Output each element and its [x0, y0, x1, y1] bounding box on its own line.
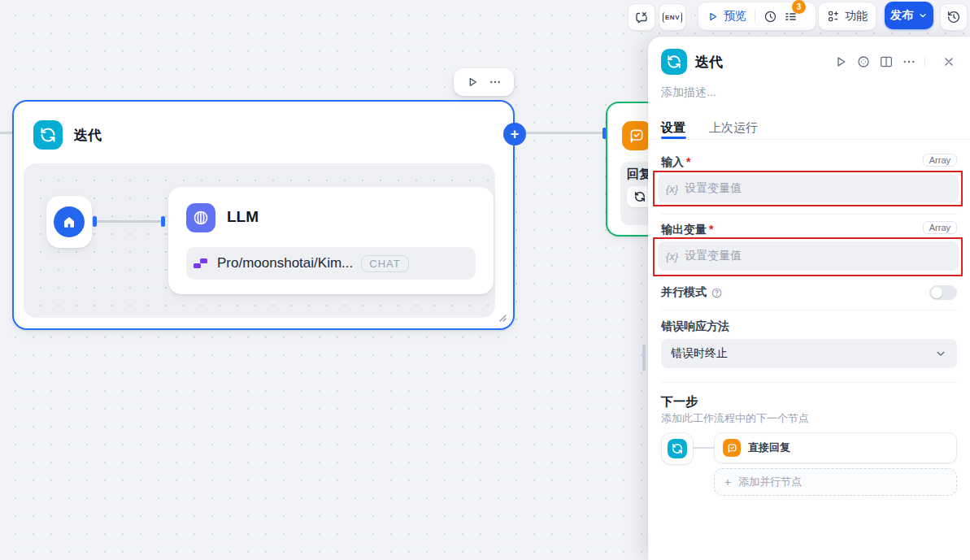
panel-resize-handle[interactable] — [642, 345, 646, 371]
refresh-icon — [667, 54, 681, 69]
llm-node-icon — [186, 203, 215, 232]
input-variable-field[interactable]: {x} 设置变量值 — [658, 175, 959, 202]
play-icon — [707, 11, 719, 23]
required-mark: * — [686, 155, 690, 168]
plus-glyph: + — [724, 475, 731, 488]
run-node-icon[interactable] — [833, 54, 848, 69]
description-field[interactable]: 添加描述... — [661, 85, 716, 100]
next-step-connector — [693, 447, 714, 449]
panel-node-icon — [661, 49, 687, 75]
chevron-down-icon — [934, 347, 947, 360]
iteration-node-icon — [33, 120, 63, 150]
edge-incoming — [0, 132, 13, 134]
refresh-icon — [40, 127, 56, 143]
next-step-subtitle: 添加此工作流程中的下一个节点 — [661, 411, 809, 426]
input-label: 输入* — [661, 155, 690, 170]
node-config-panel: 迭代 添加描述... 设置 上次运行 输入* Array — [648, 37, 970, 560]
next-step-target-node[interactable]: 直接回复 — [714, 432, 957, 463]
target-node-label: 直接回复 — [748, 441, 790, 455]
output-label: 输出变量* — [661, 223, 713, 237]
toggle-knob — [931, 287, 942, 298]
brain-icon — [192, 209, 210, 227]
tabs-divider — [648, 139, 970, 140]
resize-corner-icon[interactable] — [496, 311, 507, 323]
section-divider — [661, 382, 957, 383]
llm-node-title: LLM — [227, 208, 259, 226]
section-divider — [661, 214, 957, 215]
section-divider — [661, 310, 957, 310]
input-label-text: 输入 — [661, 155, 684, 168]
output-placeholder: 设置变量值 — [685, 249, 742, 263]
annotation-bubble-x-icon — [634, 10, 649, 24]
source-node-icon — [668, 439, 687, 458]
history-icon — [946, 10, 961, 24]
variable-glyph: {x} — [666, 250, 678, 263]
features-icon — [827, 10, 840, 23]
add-node-button[interactable]: + — [503, 123, 526, 145]
features-button[interactable]: 功能 — [818, 2, 876, 31]
parallel-mode-toggle[interactable] — [929, 285, 957, 300]
error-method-select[interactable]: 错误时终止 — [661, 339, 957, 368]
iteration-ref-icon — [634, 191, 646, 202]
publish-label: 发布 — [890, 8, 913, 23]
input-type-badge: Array — [923, 154, 957, 167]
iteration-node[interactable]: 迭代 LLM — [12, 100, 515, 330]
panel-more-icon[interactable] — [902, 54, 916, 69]
annotation-button[interactable] — [628, 3, 655, 31]
publish-button[interactable]: 发布 — [885, 2, 933, 29]
iteration-start-circle — [54, 206, 85, 237]
llm-model-pill: Pro/moonshotai/Kim... CHAT — [186, 247, 476, 280]
tab-settings[interactable]: 设置 — [661, 120, 685, 136]
play-icon[interactable] — [466, 76, 479, 89]
panel-title: 迭代 — [695, 53, 723, 72]
next-step-title: 下一步 — [661, 394, 698, 410]
checklist-badge: 3 — [792, 0, 806, 14]
llm-model-name: Pro/moonshotai/Kim... — [217, 255, 353, 271]
home-icon — [62, 215, 76, 229]
features-label: 功能 — [845, 9, 868, 24]
header-divider — [924, 56, 925, 67]
preview-label: 预览 — [724, 9, 746, 24]
answer-node-icon — [622, 121, 651, 150]
parallel-mode-label: 并行模式 — [661, 285, 707, 300]
add-parallel-node-button[interactable]: + 添加并行节点 — [714, 468, 957, 496]
help-icon — [711, 287, 723, 299]
edge-inner — [97, 220, 161, 223]
llm-mode-badge: CHAT — [361, 255, 408, 272]
locate-node-icon[interactable] — [856, 54, 871, 69]
group-divider — [755, 11, 755, 22]
chevron-down-icon — [918, 11, 928, 20]
answer-mini-icon — [723, 439, 741, 457]
version-history-button[interactable] — [940, 3, 968, 31]
workflow-canvas[interactable]: 迭代 LLM — [0, 0, 970, 560]
tab-last-run[interactable]: 上次运行 — [709, 120, 758, 136]
more-icon[interactable] — [489, 76, 502, 89]
model-provider-icon — [193, 257, 209, 270]
output-variable-field[interactable]: {x} 设置变量值 — [658, 241, 959, 271]
close-icon[interactable] — [942, 55, 955, 68]
add-parallel-label: 添加并行节点 — [738, 475, 802, 489]
reply-bubble-icon — [629, 128, 645, 144]
env-icon: ENV — [663, 12, 682, 23]
input-placeholder: 设置变量值 — [685, 181, 742, 196]
node-actions-pill — [454, 68, 514, 96]
llm-node[interactable]: LLM Pro/moonshotai/Kim... CHAT — [168, 187, 494, 294]
toolbar-divider — [691, 11, 692, 22]
required-mark: * — [709, 223, 713, 236]
error-method-value: 错误时终止 — [671, 346, 728, 361]
run-history-icon[interactable] — [763, 10, 777, 24]
docs-icon[interactable] — [879, 54, 894, 69]
output-type-badge: Array — [923, 221, 957, 234]
env-button[interactable]: ENV — [659, 3, 686, 31]
variable-glyph: {x} — [666, 183, 678, 195]
iteration-node-title: 迭代 — [74, 126, 102, 145]
output-label-text: 输出变量 — [661, 223, 707, 236]
reply-bubble-icon — [727, 443, 737, 454]
edge-outgoing — [526, 132, 604, 134]
preview-button[interactable]: 预览 — [698, 9, 755, 24]
iteration-start-node[interactable] — [46, 196, 92, 248]
next-step-source-node — [661, 432, 694, 465]
refresh-icon — [672, 443, 683, 454]
parallel-mode-row: 并行模式 — [661, 285, 723, 300]
error-method-label: 错误响应方法 — [661, 319, 729, 334]
